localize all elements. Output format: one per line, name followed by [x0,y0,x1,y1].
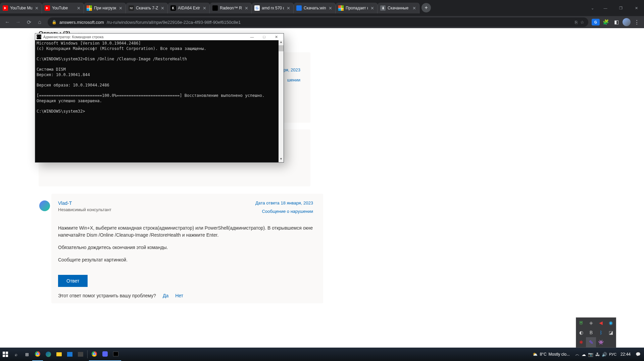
report-abuse-link[interactable]: шении [287,77,300,82]
menu-icon[interactable]: ⋮ [632,17,641,27]
report-abuse-link[interactable]: Сообщение о нарушении [255,209,313,214]
start-button[interactable] [0,348,11,361]
search-button[interactable]: ⌕ [11,348,21,361]
nvidia-icon[interactable]: ◈ [588,320,594,325]
weather-icon: ⛅ [533,352,538,357]
minimize-button[interactable]: — [598,3,613,13]
close-icon[interactable]: ✕ [76,6,81,10]
language-indicator[interactable]: РУС [609,352,616,356]
reply-date-link[interactable]: Дата ответа 18 января, 2023 [255,200,313,205]
weather-widget[interactable]: ⛅ 8°C Mostly clo... [529,348,573,361]
close-icon[interactable]: ✕ [328,6,333,10]
tab-ms-answers-2[interactable]: Пропадает видео ✕ [336,3,378,13]
discord-running-icon[interactable] [100,348,110,361]
system-tray-popup[interactable]: ⛨ ◈ ◀ ◉ ◐ B ᛒ ◪ ✱ ✎ 👾 [576,317,616,348]
close-icon[interactable]: ✕ [160,6,165,10]
tab-radeon[interactable]: Radeon™ RX 570 ✕ [210,3,252,13]
clock-time: 22:44 [621,352,631,357]
tab-title: Пропадает видео [346,6,368,10]
bluetooth-icon[interactable]: ᛒ [598,330,604,335]
tab-youtube-music[interactable]: YouTube Music ✕ [0,3,42,13]
lock-icon: 🔒 [52,20,57,24]
maximize-button[interactable]: □ [258,34,270,40]
notification-center-icon[interactable]: 💬 [635,351,641,358]
app-icon[interactable]: ◉ [608,320,613,325]
chrome-running-icon[interactable] [89,348,100,361]
network-icon[interactable]: 🖧 [595,352,600,357]
close-icon[interactable]: ✕ [412,6,416,10]
tab-youtube[interactable]: YouTube ✕ [42,3,84,13]
cmd-output[interactable]: Microsoft Windows [Version 10.0.19044.24… [35,40,279,162]
app-icon[interactable]: ✎ [586,337,596,347]
tab-title: Скачать 7-Zip [136,6,158,10]
profile-avatar[interactable] [623,18,631,26]
tab-win10-dl[interactable]: Скачать:win10-64 ✕ [294,3,336,13]
translate-icon[interactable]: G [592,19,600,25]
tray-chevron-icon[interactable]: ︿ [575,351,580,357]
task-view-button[interactable]: ⊞ [21,348,32,361]
volume-icon[interactable]: 🔊 [602,352,607,357]
maximize-button[interactable]: ❐ [613,3,629,13]
new-tab-button[interactable]: + [422,3,431,12]
close-icon[interactable]: ✕ [370,6,375,10]
reply-button[interactable]: Ответ [58,275,88,287]
app-icon[interactable]: ◀ [598,320,604,325]
tab-google-search[interactable]: G amd rx 570 driver ✕ [252,3,294,13]
install-icon[interactable]: ⎘ [575,20,578,25]
cmd-titlebar[interactable]: C:\ Администратор: Командная строка — □ … [35,34,284,40]
tab-search-icon[interactable]: ⌄ [587,6,598,10]
reload-button[interactable]: ⟳ [24,17,34,27]
home-button[interactable]: ⌂ [35,17,44,27]
edge-taskbar-icon[interactable] [43,348,54,361]
aida64-icon: K [170,5,176,11]
close-icon[interactable]: ✕ [244,6,249,10]
minimize-button[interactable]: — [246,34,258,40]
avatar[interactable] [39,200,50,211]
close-icon[interactable]: ✕ [286,6,291,10]
close-icon[interactable]: ✕ [202,6,207,10]
back-button[interactable]: ← [3,17,12,27]
tab-aida64[interactable]: K AIDA64 Extreme E ✕ [168,3,210,13]
close-button[interactable]: ✕ [270,34,282,40]
helpful-no-link[interactable]: Нет [175,293,183,298]
close-icon[interactable]: ✕ [34,6,39,10]
app-taskbar-icon[interactable] [75,348,86,361]
address-bar[interactable]: 🔒 answers.microsoft.com/ru-ru/windows/fo… [48,17,588,27]
steam-icon[interactable]: ◐ [579,330,584,335]
cmd-window[interactable]: C:\ Администратор: Командная строка — □ … [35,33,284,163]
close-icon[interactable]: ✕ [118,6,123,10]
tab-7zip[interactable]: 7Z Скачать 7-Zip ✕ [126,3,168,13]
cmd-line: C:\WINDOWS\system32> [37,109,85,114]
forward-button[interactable]: → [13,17,23,27]
chrome-taskbar-icon[interactable] [32,348,43,361]
explorer-taskbar-icon[interactable] [54,348,64,361]
app-taskbar-icon[interactable] [64,348,75,361]
reply-author-link[interactable]: Vlad-T [58,200,111,206]
meet-now-icon[interactable]: 📷 [588,352,593,357]
app-icon[interactable]: ✱ [579,340,584,345]
taskbar: ⌕ ⊞ ⛅ 8°C Mostly clo... ︿ ☁ 📷 🖧 🔊 РУС 22… [0,348,644,361]
cmd-line: [==========================100.0%=======… [37,93,264,98]
tab-ms-answers[interactable]: При нагрузке вид ✕ [84,3,126,13]
discord-icon[interactable]: 👾 [598,340,604,345]
extensions-icon[interactable]: 🧩 [601,17,610,27]
tab-downloads[interactable]: ⬇ Скачанные файлы ✕ [378,3,419,13]
helpful-yes-link[interactable]: Да [163,293,168,298]
side-panel-icon[interactable]: ◧ [612,17,621,27]
reply-date[interactable]: аря, 2023 [281,67,301,72]
security-icon[interactable]: ⛨ [579,320,584,325]
app-icon[interactable]: ◪ [608,330,613,335]
google-icon: G [254,5,260,11]
scroll-down-icon[interactable]: ▼ [279,157,284,162]
onedrive-icon[interactable]: ☁ [582,352,586,357]
cmd-scrollbar[interactable]: ▲ ▼ [279,40,284,162]
app-icon[interactable]: B [588,330,594,335]
cmd-running-icon[interactable] [110,348,121,361]
bookmark-icon[interactable]: ☆ [580,20,584,25]
browser-toolbar: ← → ⟳ ⌂ 🔒 answers.microsoft.com/ru-ru/wi… [0,16,644,28]
clock[interactable]: 22:44 [618,352,633,357]
scroll-up-icon[interactable]: ▲ [279,40,284,45]
download-site-icon [296,5,302,11]
scroll-thumb[interactable] [279,45,284,51]
close-button[interactable]: ✕ [629,3,644,13]
